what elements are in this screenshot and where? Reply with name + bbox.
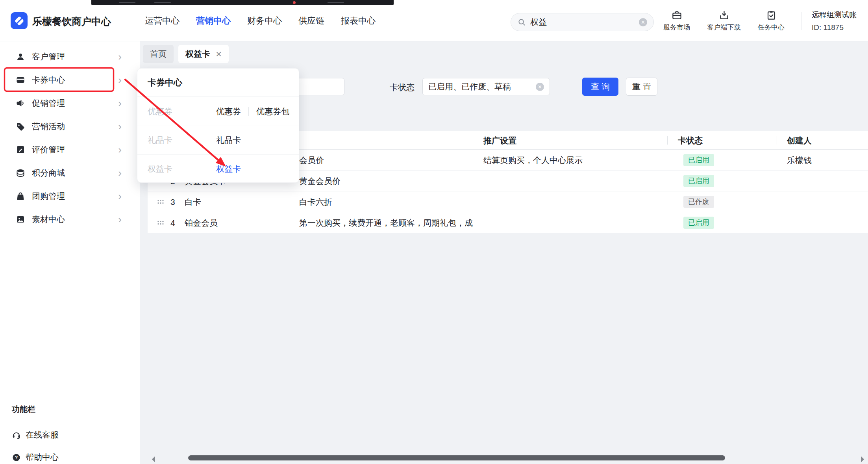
top-navigation: 运营中心 营销中心 财务中心 供应链 报表中心 <box>145 0 376 41</box>
briefcase-icon <box>672 10 682 20</box>
flyout-link-coupon[interactable]: 优惠券 <box>216 106 241 117</box>
quick-link-label: 服务市场 <box>663 23 690 32</box>
sidebar-footer-item-label: 帮助中心 <box>26 452 59 463</box>
row-number: 4 <box>170 212 175 233</box>
table-row[interactable]: 3 白卡 白卡六折 已作废 <box>148 191 868 212</box>
app-title: 乐檬餐饮商户中心 <box>32 15 111 28</box>
sidebar-item-review-management[interactable]: 评价管理 <box>0 138 140 161</box>
query-button[interactable]: 查 询 <box>582 78 618 96</box>
image-icon <box>16 215 25 224</box>
flyout-link-benefit-card[interactable]: 权益卡 <box>216 163 241 174</box>
flyout-link-divider <box>248 107 249 116</box>
task-icon <box>766 10 777 20</box>
card-desc: 白卡六折 <box>299 191 332 212</box>
account-info[interactable]: 远程组测试账 ID: 11875 <box>812 10 857 32</box>
header-creator: 创建人 <box>787 131 812 150</box>
chevron-right-icon <box>118 145 122 155</box>
tab-benefit-card[interactable]: 权益卡 <box>178 45 229 63</box>
page-tabs: 首页 权益卡 <box>143 45 229 63</box>
quick-link-label: 任务中心 <box>758 23 785 32</box>
chevron-right-icon <box>118 52 122 62</box>
bag-icon <box>16 191 25 201</box>
scroll-right-icon[interactable] <box>861 456 864 462</box>
logo-icon <box>13 15 25 27</box>
tag-icon <box>16 122 25 131</box>
card-desc: 第一次购买，续费开通，老顾客，周期礼包，成 <box>299 212 473 233</box>
flyout-group-coupon: 优惠券 优惠券 优惠券包 <box>137 97 299 126</box>
card-promo: 结算页购买，个人中心展示 <box>483 150 583 171</box>
coins-icon <box>16 168 25 178</box>
card-center-flyout: 卡券中心 优惠券 优惠券 优惠券包 礼品卡 礼品卡 权益卡 权益卡 <box>137 68 299 183</box>
svg-text:?: ? <box>15 455 18 460</box>
sidebar-item-group-buy-management[interactable]: 团购管理 <box>0 184 140 208</box>
header-divider <box>667 136 668 145</box>
card-desc: 会员价 <box>299 150 324 171</box>
card-name: 白卡 <box>185 191 201 212</box>
quick-link-task-center[interactable]: 任务中心 <box>748 0 794 41</box>
sidebar: 客户管理 卡券中心 促销管理 营销活动 <box>0 41 140 464</box>
top-bar: 乐檬餐饮商户中心 运营中心 营销中心 财务中心 供应链 报表中心 服务市场 客户… <box>0 0 868 41</box>
header-promo: 推广设置 <box>483 131 516 150</box>
sidebar-item-card-center[interactable]: 卡券中心 <box>0 68 140 91</box>
flyout-category: 权益卡 <box>148 163 172 174</box>
quick-link-service-market[interactable]: 服务市场 <box>653 0 700 41</box>
sidebar-item-material-center[interactable]: 素材中心 <box>0 208 140 231</box>
flyout-group-benefit-card: 权益卡 权益卡 <box>137 154 299 183</box>
close-icon[interactable] <box>216 49 222 59</box>
card-creator: 乐檬钱 <box>787 150 812 171</box>
sidebar-item-marketing-activities[interactable]: 营销活动 <box>0 115 140 138</box>
megaphone-icon <box>16 98 25 108</box>
question-icon: ? <box>12 453 21 462</box>
flyout-link-coupon-pack[interactable]: 优惠券包 <box>256 106 289 117</box>
sidebar-item-online-support[interactable]: 在线客服 <box>12 425 59 444</box>
nav-operations[interactable]: 运营中心 <box>145 15 180 27</box>
drag-handle-icon[interactable] <box>157 212 164 233</box>
card-status-select[interactable]: 已启用、已作废、草稿 <box>422 78 550 95</box>
nav-reports[interactable]: 报表中心 <box>341 15 376 27</box>
download-icon <box>719 10 729 20</box>
sidebar-item-promotion-management[interactable]: 促销管理 <box>0 91 140 115</box>
flyout-link-gift-card[interactable]: 礼品卡 <box>216 135 241 146</box>
drag-handle-icon[interactable] <box>157 191 164 212</box>
nav-marketing[interactable]: 营销中心 <box>196 15 231 27</box>
chevron-right-icon <box>118 121 122 132</box>
nav-supply-chain[interactable]: 供应链 <box>298 15 324 27</box>
headset-icon <box>12 431 21 440</box>
user-icon <box>16 52 25 61</box>
select-clear-icon[interactable] <box>536 83 544 91</box>
sidebar-item-customer-management[interactable]: 客户管理 <box>0 45 140 68</box>
chevron-right-icon <box>118 214 122 225</box>
search-clear-icon[interactable] <box>639 18 647 26</box>
global-search[interactable] <box>511 13 654 31</box>
card-icon <box>16 75 25 85</box>
header-status: 卡状态 <box>678 131 703 150</box>
card-desc: 黄金会员价 <box>299 171 341 191</box>
sidebar-footer-label: 功能栏 <box>12 404 35 415</box>
header-divider <box>777 136 777 145</box>
nav-finance[interactable]: 财务中心 <box>247 15 282 27</box>
chevron-right-icon <box>118 191 122 201</box>
account-name: 远程组测试账 <box>812 10 857 20</box>
search-input[interactable] <box>530 17 639 27</box>
status-badge: 已启用 <box>683 217 714 229</box>
flyout-category: 礼品卡 <box>148 135 172 146</box>
sidebar-item-help-center[interactable]: ? 帮助中心 <box>12 448 59 464</box>
tab-home[interactable]: 首页 <box>143 45 174 63</box>
sidebar-item-points-mall[interactable]: 积分商城 <box>0 161 140 184</box>
row-number: 3 <box>170 191 175 212</box>
quick-link-client-download[interactable]: 客户端下载 <box>701 0 747 41</box>
quick-link-label: 客户端下载 <box>707 23 741 32</box>
review-icon <box>16 145 25 154</box>
tab-label: 权益卡 <box>185 48 210 59</box>
status-badge: 已启用 <box>683 175 714 187</box>
status-badge: 已启用 <box>683 154 714 166</box>
scroll-left-icon[interactable] <box>152 456 155 462</box>
table-row[interactable]: 4 铂金会员 第一次购买，续费开通，老顾客，周期礼包，成 已启用 <box>148 212 868 233</box>
reset-button[interactable]: 重 置 <box>626 78 657 96</box>
status-badge: 已作废 <box>683 196 714 208</box>
flyout-title: 卡券中心 <box>137 69 299 89</box>
card-status-value: 已启用、已作废、草稿 <box>428 81 511 92</box>
chevron-right-icon <box>118 168 122 178</box>
chevron-right-icon <box>118 98 122 108</box>
horizontal-scrollbar[interactable] <box>188 455 725 460</box>
